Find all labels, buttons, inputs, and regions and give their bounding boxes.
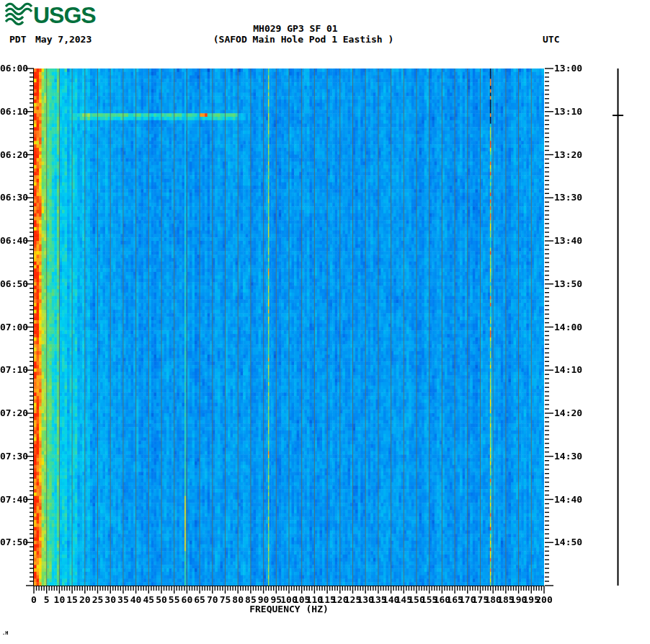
usgs-logo-text: USGS bbox=[33, 2, 96, 28]
y-axis-label-pdt: 06:40 bbox=[0, 236, 27, 246]
page-title: MH029 GP3 SF 01 bbox=[253, 24, 337, 34]
y-axis-label-utc: 13:20 bbox=[554, 150, 582, 160]
y-axis-label-pdt: 07:10 bbox=[0, 365, 27, 375]
date-label: May 7,2023 bbox=[35, 35, 92, 45]
y-axis-label-utc: 13:00 bbox=[554, 63, 582, 74]
y-axis-label-pdt: 06:00 bbox=[0, 63, 27, 74]
y-axis-label-utc: 14:10 bbox=[554, 365, 582, 375]
page-subtitle: (SAFOD Main Hole Pod 1 Eastish ) bbox=[213, 35, 393, 45]
usgs-waves-icon bbox=[6, 4, 32, 25]
y-axis-label-pdt: 06:30 bbox=[0, 193, 27, 203]
y-axis-label-utc: 14:30 bbox=[554, 451, 582, 462]
timezone-right-label: UTC bbox=[543, 35, 559, 45]
y-axis-label-utc: 14:50 bbox=[554, 537, 582, 547]
y-axis-label-utc: 14:20 bbox=[554, 408, 582, 418]
x-axis-tick-label: 200 bbox=[533, 595, 555, 604]
y-axis-label-pdt: 07:30 bbox=[0, 451, 27, 462]
y-axis-label-pdt: 06:50 bbox=[0, 279, 27, 289]
y-axis-label-utc: 14:00 bbox=[554, 322, 582, 332]
timezone-left-label: PDT bbox=[9, 35, 26, 45]
corner-glyph: .H bbox=[2, 631, 8, 636]
y-axis-label-utc: 13:40 bbox=[554, 236, 582, 246]
spectrogram-canvas bbox=[34, 69, 544, 586]
spectrogram-page: USGS MH029 GP3 SF 01 (SAFOD Main Hole Po… bbox=[0, 0, 650, 644]
y-axis-label-utc: 14:40 bbox=[554, 495, 582, 505]
y-axis-label-pdt: 06:20 bbox=[0, 150, 27, 160]
usgs-logo: USGS bbox=[5, 1, 99, 29]
y-axis-label-pdt: 06:10 bbox=[0, 107, 27, 117]
y-axis-label-pdt: 07:00 bbox=[0, 322, 27, 332]
y-axis-label-utc: 13:50 bbox=[554, 279, 582, 289]
y-axis-label-pdt: 07:50 bbox=[0, 537, 27, 547]
y-axis-label-utc: 13:30 bbox=[554, 193, 582, 203]
y-axis-label-utc: 13:10 bbox=[554, 107, 582, 117]
x-axis-title: FREQUENCY (HZ) bbox=[249, 604, 329, 614]
y-axis-label-pdt: 07:20 bbox=[0, 408, 27, 418]
y-axis-label-pdt: 07:40 bbox=[0, 495, 27, 505]
